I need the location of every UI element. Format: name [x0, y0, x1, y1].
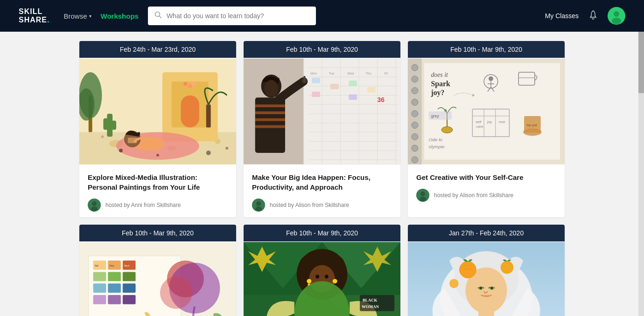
workshops-grid: Feb 24th - Mar 23rd, 2020	[79, 41, 565, 316]
workshop-card-4[interactable]: Feb 10th - Mar 9th, 2020	[79, 225, 236, 316]
svg-text:Ode to: Ode to	[428, 137, 442, 142]
svg-point-142	[160, 276, 192, 309]
header-right: My Classes	[545, 7, 625, 25]
svg-point-185	[449, 279, 459, 288]
svg-rect-72	[255, 118, 285, 121]
svg-point-28	[191, 82, 196, 86]
chevron-down-icon: ▾	[89, 14, 91, 19]
header: SKILL SHARE. Browse ▾ Workshops My Class…	[0, 0, 644, 32]
card-image-6	[408, 241, 565, 316]
svg-rect-65	[349, 94, 357, 100]
card-date-banner-2: Feb 10th - Mar 9th, 2020	[244, 41, 400, 58]
browse-label: Browse	[63, 12, 87, 20]
svg-point-87	[412, 133, 418, 140]
host-avatar-1	[88, 199, 101, 212]
workshops-label: Workshops	[101, 12, 139, 20]
svg-text:joy?: joy?	[430, 89, 444, 97]
workshop-card-6[interactable]: Jan 27th - Feb 24th, 2020	[408, 225, 565, 316]
svg-point-121	[420, 192, 425, 196]
card-host-3: hosted by Alison from Skillshare	[416, 189, 556, 202]
card-date-banner-3: Feb 10th - Mar 9th, 2020	[408, 41, 565, 58]
svg-rect-64	[312, 92, 320, 97]
my-classes-link[interactable]: My Classes	[545, 12, 579, 20]
svg-point-88	[412, 145, 418, 151]
workshops-nav[interactable]: Workshops	[101, 12, 139, 20]
svg-text:grey: grey	[431, 114, 439, 118]
svg-text:Tue: Tue	[329, 72, 335, 75]
svg-point-162	[307, 279, 311, 283]
svg-rect-60	[312, 78, 320, 83]
svg-rect-70	[255, 104, 285, 107]
host-text-3: hosted by Alison from Skillshare	[434, 192, 513, 199]
notification-bell-icon[interactable]	[588, 10, 598, 22]
svg-text:Spark: Spark	[431, 80, 450, 88]
svg-text:Mon: Mon	[310, 72, 317, 75]
svg-point-82	[412, 76, 418, 82]
svg-point-30	[119, 149, 123, 152]
svg-rect-73	[255, 125, 285, 128]
svg-text:does it: does it	[431, 71, 448, 78]
svg-point-160	[315, 275, 319, 279]
svg-text:rest: rest	[499, 120, 505, 124]
workshop-card-3[interactable]: Feb 10th - Mar 9th, 2020	[408, 41, 565, 217]
svg-text:her pot: her pot	[527, 124, 537, 127]
svg-point-122	[420, 197, 426, 201]
svg-point-84	[412, 99, 418, 105]
workshop-card-2[interactable]: Feb 10th - Mar 9th, 2020	[244, 41, 400, 217]
browse-nav[interactable]: Browse ▾	[63, 12, 91, 20]
svg-text:WOMAN: WOMAN	[362, 304, 379, 309]
svg-point-35	[92, 201, 97, 206]
svg-text:Wed: Wed	[347, 72, 354, 75]
svg-point-184	[501, 261, 514, 274]
svg-rect-21	[181, 95, 199, 127]
card-body-2: Make Your Big Idea Happen: Focus, Produc…	[244, 165, 400, 217]
workshop-card-5[interactable]: Feb 10th - Mar 9th, 2020	[244, 225, 400, 316]
workshop-card-1[interactable]: Feb 24th - Mar 23rd, 2020	[79, 41, 236, 217]
card-image-2: Mon Tue Wed Thu Fri 36	[244, 58, 400, 165]
card-title-1: Explore Mixed-Media Illustration: Person…	[88, 172, 228, 192]
card-body-3: Get Creative with Your Self-Care hosted …	[408, 165, 565, 207]
svg-point-164	[333, 279, 337, 283]
host-text-1: hosted by Anni from Skillshare	[105, 202, 181, 208]
card-image-1	[79, 58, 236, 165]
svg-point-81	[412, 64, 418, 71]
svg-rect-134	[93, 295, 106, 304]
svg-point-77	[256, 201, 261, 206]
host-avatar-2	[252, 199, 265, 212]
svg-point-85	[412, 110, 418, 117]
card-image-3: does it Spark joy?	[408, 58, 565, 165]
logo-line2: SHARE.	[19, 16, 49, 24]
svg-text:joy: joy	[487, 120, 492, 124]
search-bar[interactable]	[148, 7, 316, 25]
svg-rect-133	[123, 283, 136, 293]
svg-point-86	[412, 122, 418, 129]
logo[interactable]: SKILL SHARE.	[19, 7, 49, 24]
svg-point-3	[614, 11, 619, 17]
search-input[interactable]	[167, 12, 309, 20]
svg-text:care: care	[476, 124, 483, 129]
svg-point-33	[225, 147, 228, 150]
svg-rect-135	[108, 295, 121, 304]
svg-point-78	[255, 206, 262, 211]
scrollbar[interactable]	[638, 0, 644, 316]
svg-rect-186	[478, 309, 494, 316]
main-content: Feb 24th - Mar 23rd, 2020	[0, 32, 644, 316]
svg-point-83	[412, 88, 418, 94]
svg-point-29	[183, 82, 187, 86]
card-body-1: Explore Mixed-Media Illustration: Person…	[79, 165, 236, 217]
svg-text:BLACK: BLACK	[363, 298, 378, 302]
svg-point-161	[325, 275, 329, 279]
card-title-2: Make Your Big Idea Happen: Focus, Produc…	[252, 172, 392, 192]
avatar-image	[608, 7, 625, 25]
host-avatar-3	[416, 189, 429, 202]
avatar[interactable]	[608, 7, 625, 25]
svg-point-181	[490, 287, 493, 289]
svg-point-10	[101, 135, 104, 138]
svg-rect-130	[123, 272, 136, 282]
svg-rect-131	[93, 283, 106, 293]
svg-rect-75	[303, 76, 305, 83]
card-image-4: Yel Ora Red	[79, 241, 236, 316]
svg-point-36	[91, 206, 98, 211]
svg-text:Yel: Yel	[95, 264, 98, 267]
svg-text:Fri: Fri	[384, 72, 388, 75]
